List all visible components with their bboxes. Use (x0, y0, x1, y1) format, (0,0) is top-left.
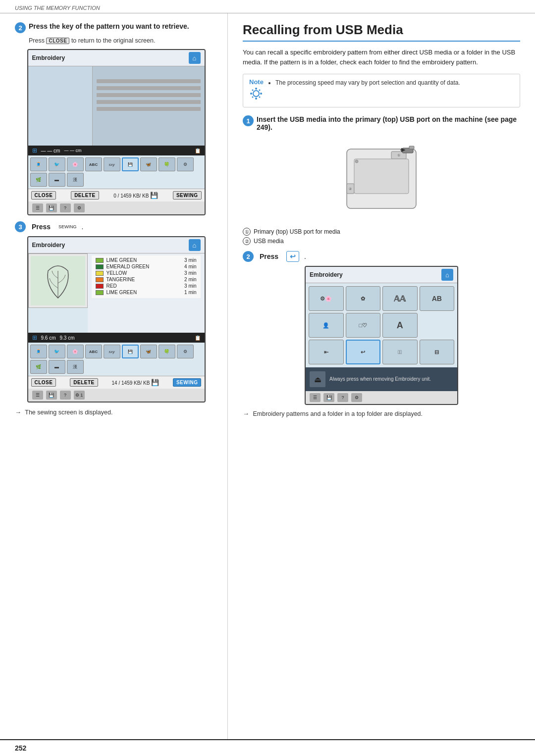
home-icon-1[interactable]: ⌂ (189, 52, 201, 64)
note-box: Note (243, 74, 520, 107)
screen1-body (28, 66, 205, 146)
screen1-kb-info: 0 / 1459 KB/ KB 💾 (113, 192, 158, 199)
btn-delete-2[interactable]: DELETE (70, 378, 98, 387)
pattern2-cell-1[interactable]: 🧵 (30, 345, 47, 358)
pattern-cell-2[interactable]: 🐦 (49, 157, 65, 171)
svg-point-9 (252, 97, 254, 98)
right-step2-press-icon: ↩ (286, 251, 299, 262)
usb-cell-bigA[interactable]: A (382, 313, 418, 338)
screen2-bottom-bar: CLOSE DELETE 14 / 1459 KB/ KB 💾 SEWING (28, 376, 205, 389)
thread-time-2: 4 min (184, 264, 196, 269)
pattern-cell-3[interactable]: 🌸 (67, 157, 84, 171)
pattern2-cell-abc[interactable]: ABC (85, 345, 102, 358)
nav2-save-icon[interactable]: 💾 (46, 391, 57, 400)
note-label: Note (249, 78, 264, 86)
thread-row-5: RED 3 min (96, 283, 197, 289)
pattern2-b6[interactable]: 漢 (67, 360, 84, 374)
pattern-cell-1[interactable]: 🧵 (30, 157, 47, 171)
btn-delete-1[interactable]: DELETE (71, 191, 99, 200)
nav-right-help[interactable]: ? (337, 393, 348, 402)
pattern-cell-sxy[interactable]: sxy (104, 157, 120, 171)
usb-cell-flower[interactable]: ✿ (346, 286, 381, 311)
usb-cell-nav2[interactable]: ↩ (346, 340, 381, 364)
pattern2-cell-save[interactable]: 💾 (122, 345, 139, 358)
screen2-header: Embroidery ⌂ (28, 237, 205, 253)
home-icon-right[interactable]: ⌂ (441, 269, 453, 281)
pattern-cell-b2[interactable]: 🍀 (159, 157, 175, 171)
usb-cell-person[interactable]: 👤 (309, 313, 344, 338)
close-inline-btn: CLOSE (46, 38, 69, 44)
screen1-bottom-bar: CLOSE DELETE 0 / 1459 KB/ KB 💾 SEWING (28, 189, 205, 202)
right-column: Recalling from USB Media You can recall … (228, 13, 535, 739)
thread-list: LIME GREEN 3 min EMERALD GREEN 4 min YEL… (92, 255, 201, 298)
usb-cell-nav1[interactable]: ⇤ (309, 340, 344, 364)
nav2-help-icon[interactable]: ? (60, 391, 71, 400)
nav-right-save[interactable]: 💾 (323, 393, 334, 402)
screen2-kb-label: KB/ KB (134, 380, 150, 386)
svg-point-10 (259, 97, 261, 98)
pattern-cell-b5[interactable]: ▬ (49, 173, 65, 187)
nav-help-icon[interactable]: ? (60, 203, 71, 212)
svg-point-20 (355, 160, 358, 163)
pattern-cell-b1[interactable]: 🦋 (140, 157, 157, 171)
screen1-left-panel (28, 66, 93, 146)
pattern2-cell-sxy[interactable]: sxy (104, 345, 120, 358)
usb-cell-ab[interactable]: AB (420, 286, 455, 311)
content-area: 2 Press the key of the pattern you want … (0, 13, 535, 739)
thread-name-6: LIME GREEN (107, 290, 137, 295)
right-step2-press: Press (260, 252, 278, 260)
usb-cell-gear[interactable]: ⚙🌸 (309, 286, 344, 311)
screen-mockup-2: Embroidery ⌂ (27, 236, 206, 403)
nav-right-menu[interactable]: ☰ (310, 393, 321, 402)
screen1-label: Embroidery (32, 54, 65, 61)
pattern-cell-b3[interactable]: ⚙ (177, 157, 194, 171)
pattern-cell-b6[interactable]: 漢 (67, 173, 84, 187)
nav2-settings-icon[interactable]: ⚙ 1 (74, 391, 85, 400)
nav-menu-icon[interactable]: ☰ (32, 203, 43, 212)
usb-caption-2: ② USB media (243, 237, 520, 245)
pattern2-b4[interactable]: 🌿 (30, 360, 47, 374)
pattern2-b1[interactable]: 🦋 (140, 345, 157, 358)
note-bullet-1: The processing speed may vary by port se… (275, 78, 460, 87)
thread-name-5: RED (107, 283, 117, 289)
thread-color-6 (96, 290, 104, 295)
screen-right-header: Embroidery ⌂ (306, 267, 457, 283)
nav2-menu-icon[interactable]: ☰ (32, 391, 43, 400)
nav-right-settings[interactable]: ⚙ (351, 393, 362, 402)
thread-time-6: 1 min (184, 290, 196, 295)
page-number: 252 (0, 739, 535, 756)
thread-name-2: EMERALD GREEN (107, 264, 150, 269)
pattern2-b5[interactable]: ▬ (49, 360, 65, 374)
step3-note-text: The sewing screen is displayed. (25, 409, 112, 416)
pattern-cell-save[interactable]: 💾 (122, 157, 139, 171)
step3-period: . (80, 223, 84, 231)
home-icon-2[interactable]: ⌂ (189, 239, 201, 251)
usb-lower-icon: ⏏ (310, 371, 325, 387)
screen-right-label: Embroidery (310, 271, 343, 278)
nav-save-icon[interactable]: 💾 (46, 203, 57, 212)
usb-caption-1: ① Primary (top) USB port for media (243, 228, 520, 236)
screen2-dims-w: 9.6 cm (41, 335, 56, 341)
pattern2-cell-3[interactable]: 🌸 (67, 345, 84, 358)
btn-sewing-1[interactable]: SEWING (173, 191, 202, 200)
usb-cell-nav3[interactable]: ↩⃝ (382, 340, 418, 364)
screen-mockup-right: Embroidery ⌂ ⚙🌸 ✿ 𝔸𝔸 AB 👤 □♡ A (305, 266, 458, 405)
btn-sewing-2[interactable]: SEWING (173, 378, 202, 387)
usb-caption-text-1: Primary (top) USB port for media (254, 228, 340, 235)
pattern2-b3[interactable]: ⚙ (177, 345, 194, 358)
pattern-cell-b4[interactable]: 🌿 (30, 173, 47, 187)
btn-close-2[interactable]: CLOSE (31, 378, 56, 387)
usb-cell-heart[interactable]: □♡ (346, 313, 381, 338)
circ-num-1: ① (243, 228, 251, 236)
pattern2-b2[interactable]: 🍀 (159, 345, 175, 358)
nav-settings-icon[interactable]: ⚙ (74, 203, 85, 212)
pattern-cell-abc[interactable]: ABC (85, 157, 102, 171)
pattern2-cell-2[interactable]: 🐦 (49, 345, 65, 358)
usb-cell-blank1 (420, 313, 455, 338)
usb-lower-text: Always press when removing Embroidery un… (329, 376, 431, 383)
svg-text:①: ① (397, 153, 400, 157)
usb-cell-aa[interactable]: 𝔸𝔸 (382, 286, 418, 311)
screen2-file-icon: 📋 (195, 335, 201, 341)
usb-cell-nav4[interactable]: ⊟ (420, 340, 455, 364)
btn-close-1[interactable]: CLOSE (31, 191, 56, 200)
